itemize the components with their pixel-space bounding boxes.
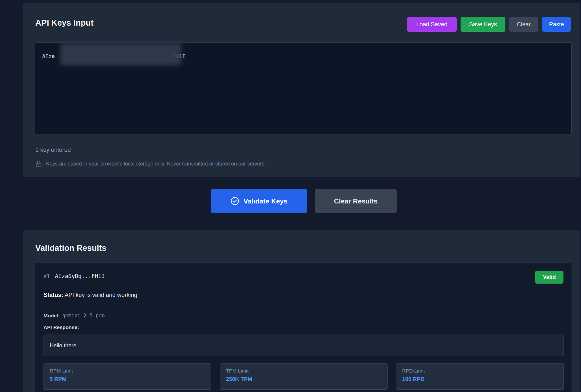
model-line: Model:gemini-2.5-pro (43, 313, 105, 319)
load-saved-button[interactable]: Load Saved (407, 17, 457, 32)
model-value: gemini-2.5-pro (62, 313, 105, 319)
rpm-limit-value: 5 RPM (50, 376, 205, 383)
validate-keys-label: Validate Keys (243, 197, 287, 205)
key-index: #1 (43, 273, 50, 279)
rpd-limit-label: RPD Limit (402, 368, 558, 374)
rpm-limit-label: RPM Limit (50, 368, 205, 374)
api-keys-input-title: API Keys Input (35, 18, 93, 28)
model-label: Model: (43, 313, 60, 318)
api-keys-textarea[interactable]: AIzaFH1I (35, 43, 572, 134)
api-response-label: API Response: (43, 325, 79, 330)
validation-results-title: Validation Results (35, 243, 106, 253)
tpm-limit-value: 250K TPM (226, 376, 381, 383)
key-result-item: #1 AIzaSyDq...FH1I Valid Status: API key… (35, 262, 572, 392)
valid-status-badge: Valid (535, 271, 563, 284)
api-key-line: AIzaFH1I (42, 53, 564, 72)
api-key-redaction-blur (60, 43, 181, 65)
key-masked-value: AIzaSyDq...FH1I (55, 273, 105, 279)
status-text: API key is valid and working (63, 292, 137, 298)
check-circle-icon (230, 197, 239, 205)
clear-results-button[interactable]: Clear Results (315, 189, 397, 213)
validate-keys-button[interactable]: Validate Keys (211, 189, 307, 213)
rate-limits-row: RPM Limit 5 RPM TPM Limit 250K TPM RPD L… (43, 363, 564, 390)
status-label: Status: (43, 292, 63, 298)
clear-keys-button[interactable]: Clear (509, 17, 538, 32)
lock-icon (36, 160, 42, 167)
tpm-limit-card: TPM Limit 250K TPM (220, 363, 388, 390)
tpm-limit-label: TPM Limit (226, 368, 381, 374)
result-divider (43, 307, 564, 307)
api-response-text: Hello there (50, 342, 76, 349)
privacy-note-text: Keys are saved in your browser's local s… (46, 161, 266, 167)
validation-results-card: Validation Results #1 AIzaSyDq...FH1I Va… (23, 230, 580, 392)
paste-keys-button[interactable]: Paste (542, 17, 571, 32)
clear-results-label: Clear Results (334, 197, 377, 205)
status-line: Status: API key is valid and working (43, 292, 137, 299)
key-actions-toolbar: Load Saved Save Keys Clear Paste (407, 17, 571, 32)
key-row: #1 AIzaSyDq...FH1I (43, 273, 105, 279)
api-keys-input-card: API Keys Input Load Saved Save Keys Clea… (23, 3, 580, 177)
rpd-limit-card: RPD Limit 100 RPD (396, 363, 564, 390)
save-keys-button[interactable]: Save Keys (461, 17, 505, 32)
rpd-limit-value: 100 RPD (402, 376, 558, 383)
api-response-box: Hello there (43, 335, 564, 356)
keys-count-status: 1 key entered (35, 147, 71, 153)
rpm-limit-card: RPM Limit 5 RPM (43, 363, 211, 390)
api-key-prefix: AIza (42, 53, 55, 59)
privacy-note-row: Keys are saved in your browser's local s… (36, 160, 266, 167)
